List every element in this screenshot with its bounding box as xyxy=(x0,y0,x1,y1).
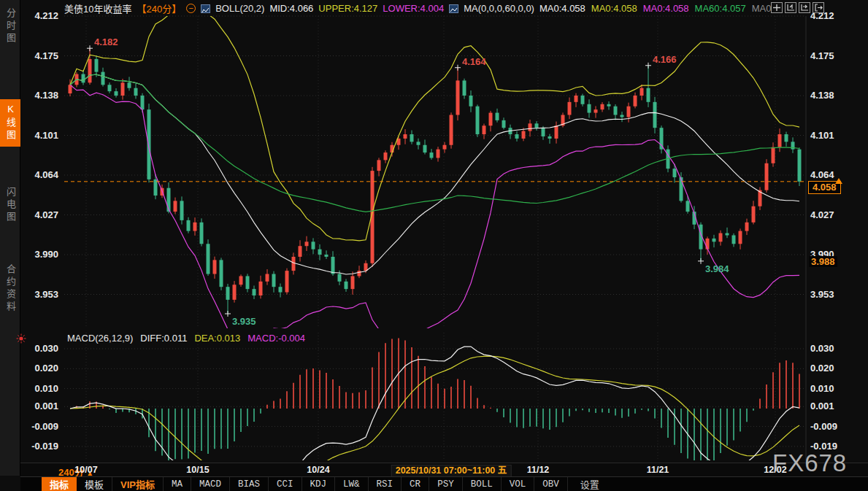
date-tick-label: 11/21 xyxy=(647,465,669,475)
svg-text:0.030: 0.030 xyxy=(810,343,834,354)
svg-text:4.175: 4.175 xyxy=(810,50,834,61)
dea-line xyxy=(70,356,799,476)
boll-lower-line xyxy=(70,85,799,351)
svg-text:4.166: 4.166 xyxy=(653,54,677,65)
instrument-title: 美债10年收益率 xyxy=(64,1,131,15)
scale-axis-left-icon[interactable] xyxy=(785,2,796,13)
grid-layer xyxy=(64,16,806,460)
svg-text:0.020: 0.020 xyxy=(810,363,834,374)
boll-indicator-icon[interactable] xyxy=(201,4,210,13)
ma60-line xyxy=(70,74,799,212)
selected-bar-time-label: 2025/10/31 07:00~11:00 五 xyxy=(391,465,512,477)
chart-window-controls xyxy=(771,2,824,13)
svg-text:4.101: 4.101 xyxy=(34,130,58,141)
macd-name: MACD(26,12,9) xyxy=(67,333,133,344)
macd-header: MACD(26,12,9) DIFF:0.011 DEA:0.013 MACD:… xyxy=(67,333,305,344)
svg-text:3.953: 3.953 xyxy=(810,289,834,300)
toolbar-item-vip-indicator[interactable]: VIP指标 xyxy=(112,477,164,491)
svg-text:3.953: 3.953 xyxy=(34,289,58,300)
sidebar-item-3[interactable]: 合约资料 xyxy=(0,260,20,318)
macd-bar-value: MACD:-0.004 xyxy=(247,333,305,344)
ma-value-1: MA0:4.058 xyxy=(591,3,637,14)
svg-text:-0.009: -0.009 xyxy=(810,421,837,432)
svg-text:0.030: 0.030 xyxy=(34,343,58,354)
svg-text:0.001: 0.001 xyxy=(810,401,834,411)
boll-lower-value: LOWER:4.004 xyxy=(383,3,444,14)
svg-text:4.064: 4.064 xyxy=(810,169,834,180)
boll-upper-value: UPPER:4.127 xyxy=(318,3,377,14)
toolbar-item-boll[interactable]: BOLL xyxy=(463,477,502,491)
toolbar-item-psy[interactable]: PSY xyxy=(429,477,463,491)
date-tick-label: 11/12 xyxy=(527,465,550,475)
boll-name: BOLL(20,2) xyxy=(215,3,264,14)
sidebar-item-0[interactable]: 分时图 xyxy=(0,4,20,50)
date-tick-label: 10/24 xyxy=(307,465,329,475)
svg-text:4.138: 4.138 xyxy=(34,90,58,101)
svg-text:-0.019: -0.019 xyxy=(31,441,58,452)
svg-text:3.990: 3.990 xyxy=(34,249,58,260)
ma-indicator-icon[interactable] xyxy=(449,4,458,13)
svg-text:4.101: 4.101 xyxy=(810,130,834,141)
boll-upper-line xyxy=(70,11,799,241)
chart-header: 美债10年收益率 【240分】 − BOLL(20,2) MID:4.066 U… xyxy=(64,2,774,15)
sidebar: 分时图K线图闪电图合约资料 xyxy=(0,0,20,476)
scroll-to-latest-icon[interactable] xyxy=(835,174,842,184)
toolbar-item-template[interactable]: 模板 xyxy=(77,477,112,491)
svg-text:4.027: 4.027 xyxy=(810,209,834,220)
ma-name: MA(0,0,0,60,0,0) xyxy=(464,3,534,14)
scale-axis-right-icon[interactable] xyxy=(799,2,810,13)
toolbar-item-vol[interactable]: VOL xyxy=(502,477,535,491)
macd-histogram xyxy=(70,339,799,468)
crosshair-tool-icon[interactable] xyxy=(771,2,783,13)
chart-canvas[interactable]: 4.1823.9354.1644.1663.9844.2124.2124.175… xyxy=(0,0,868,476)
toolbar-item-kdj[interactable]: KDJ xyxy=(302,477,336,491)
svg-text:0.010: 0.010 xyxy=(810,383,834,394)
toolbar-item-bias[interactable]: BIAS xyxy=(230,477,269,491)
ma-value-3: MA60:4.057 xyxy=(695,3,746,14)
macd-dea-value: DEA:0.013 xyxy=(194,333,240,344)
svg-text:4.175: 4.175 xyxy=(34,50,58,61)
boll-mid-value: MID:4.066 xyxy=(269,3,313,14)
svg-text:4.182: 4.182 xyxy=(94,36,118,47)
page-forward-icon[interactable] xyxy=(813,2,824,13)
svg-text:4.064: 4.064 xyxy=(34,169,58,180)
date-tick-label: 10/15 xyxy=(186,465,209,475)
svg-text:4.164: 4.164 xyxy=(462,56,486,67)
live-indicator-icon xyxy=(16,333,26,347)
time-axis-row: 240分 ▲ 10/0710/1510/242025/10/31 07:00~1… xyxy=(20,463,868,476)
toolbar-item-macd[interactable]: MACD xyxy=(191,477,230,491)
indicator-toolbar: 指标模板VIP指标MAMACDBIASCCIKDJLW&RSICRPSYBOLL… xyxy=(20,476,868,491)
toolbar-item-settings[interactable]: 设置 xyxy=(572,477,607,491)
zoom-out-icon[interactable]: − xyxy=(186,4,196,13)
interval-tag: 【240分】 xyxy=(137,1,181,15)
macd-diff-value: DIFF:0.011 xyxy=(140,333,187,344)
svg-text:4.027: 4.027 xyxy=(34,209,58,220)
ma-values: MA0:4.058MA0:4.058MA0:4.058MA60:4.057MA0… xyxy=(539,3,774,14)
axis-labels: 4.2124.2124.1754.1754.1384.1384.1014.101… xyxy=(31,10,837,452)
trading-app: 4.1823.9354.1644.1663.9844.2124.2124.175… xyxy=(0,0,868,491)
toolbar-item-cr[interactable]: CR xyxy=(402,477,429,491)
toolbar-item-cci[interactable]: CCI xyxy=(269,477,302,491)
svg-text:4.138: 4.138 xyxy=(810,90,834,101)
date-tick-label: 10/07 xyxy=(74,465,97,475)
secondary-price-label: 3.988 xyxy=(809,256,837,267)
sidebar-item-1[interactable]: K线图 xyxy=(0,99,20,147)
boll-mid-line xyxy=(70,74,799,274)
toolbar-item-obv[interactable]: OBV xyxy=(534,477,568,491)
svg-text:0.010: 0.010 xyxy=(34,383,58,394)
toolbar-item-ma[interactable]: MA xyxy=(164,477,191,491)
ma-value-0: MA0:4.058 xyxy=(539,3,585,14)
ma-value-2: MA0:4.058 xyxy=(643,3,689,14)
sidebar-item-2[interactable]: 闪电图 xyxy=(0,182,20,228)
watermark: FX678 xyxy=(772,449,847,477)
svg-text:4.212: 4.212 xyxy=(34,10,58,21)
svg-text:3.984: 3.984 xyxy=(705,263,729,274)
svg-text:-0.009: -0.009 xyxy=(31,421,58,432)
svg-text:3.935: 3.935 xyxy=(232,316,256,327)
toolbar-item-rsi[interactable]: RSI xyxy=(369,477,402,491)
toolbar-item-indicator[interactable]: 指标 xyxy=(42,477,77,491)
toolbar-item-lwr[interactable]: LW& xyxy=(335,477,369,491)
candlestick-layer xyxy=(69,48,802,314)
svg-text:0.020: 0.020 xyxy=(34,363,58,374)
svg-text:0.001: 0.001 xyxy=(34,401,58,411)
